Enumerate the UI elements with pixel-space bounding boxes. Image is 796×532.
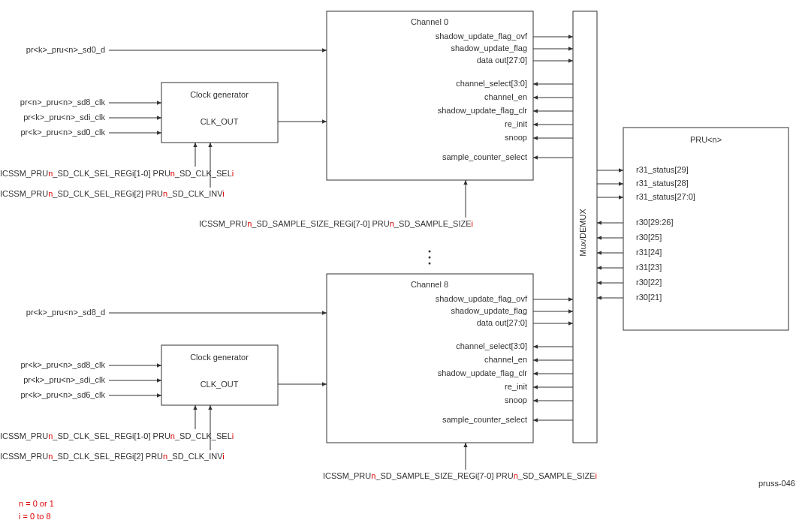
sample-reg-top: ICSSM_PRUn_SD_SAMPLE_SIZE_REGi[7-0] PRUn… (199, 219, 473, 228)
vdots-icon (429, 251, 431, 253)
clk-sel-reg-1-top: ICSSM_PRUn_SD_CLK_SEL_REGi[2] PRUn_SD_CL… (0, 189, 225, 198)
vdots-icon (429, 263, 431, 265)
channel-0-title: Channel 0 (411, 17, 448, 26)
ch8-in-1: channel_en (484, 355, 527, 364)
ch8-in-5: sample_counter_select (442, 415, 527, 424)
ch0-in-3: re_init (505, 119, 527, 128)
note-i: i = 0 to 8 (19, 512, 51, 521)
footer-id: pruss-046 (758, 479, 795, 488)
clk-sel-reg-0-top: ICSSM_PRUn_SD_CLK_SEL_REGi[1-0] PRUn_SD_… (0, 169, 234, 178)
sd0-d-label: pr<k>_pru<n>_sd0_d (26, 45, 105, 54)
ch0-out-2: data out[27:0] (477, 56, 527, 65)
ch8-in-4: snoop (505, 395, 527, 404)
clock-gen-0-title: Clock generator (190, 90, 249, 99)
pru-out-0: r31_status[29] (636, 165, 689, 174)
pru-in-5: r30[21] (636, 293, 662, 302)
pru-in-2: r31[24] (636, 248, 662, 257)
ch0-out-1: shadow_update_flag (451, 44, 527, 53)
ch0-in-4: snoop (505, 133, 527, 142)
pru-out-1: r31_status[28] (636, 179, 689, 188)
pru-in-1: r30[25] (636, 233, 662, 242)
ch0-in-0: channel_select[3:0] (456, 79, 527, 88)
clk-in-bot-1: pr<k>_pru<n>_sdi_clk (23, 375, 105, 384)
pru-title: PRU<n> (690, 135, 722, 144)
pru-out-2: r31_status[27:0] (636, 192, 695, 201)
note-n: n = 0 or 1 (19, 499, 54, 508)
sample-reg-bot: ICSSM_PRUn_SD_SAMPLE_SIZE_REGi[7-0] PRUn… (323, 471, 597, 480)
pru-in-0: r30[29:26] (636, 218, 674, 227)
mux-label: Mux/DEMUX (578, 209, 587, 257)
clock-gen-8-out: CLK_OUT (201, 380, 239, 389)
channel-8-title: Channel 8 (411, 280, 448, 289)
clock-gen-0-out: CLK_OUT (201, 117, 239, 126)
clk-sel-reg-1-bot: ICSSM_PRUn_SD_CLK_SEL_REGi[2] PRUn_SD_CL… (0, 452, 225, 461)
vdots-icon (429, 257, 431, 259)
clk-in-top-0: pr<n>_pru<n>_sd8_clk (20, 98, 106, 107)
ch0-in-2: shadow_update_flag_clr (438, 106, 528, 115)
ch0-out-0: shadow_update_flag_ovf (436, 32, 528, 41)
ch8-in-0: channel_select[3:0] (456, 341, 527, 350)
ch0-in-5: sample_counter_select (442, 152, 527, 161)
pru-in-3: r31[23] (636, 263, 662, 272)
ch8-in-3: re_init (505, 382, 527, 391)
ch8-out-0: shadow_update_flag_ovf (436, 294, 528, 303)
ch0-in-1: channel_en (484, 92, 527, 101)
clk-in-top-1: pr<k>_pru<n>_sdi_clk (23, 113, 105, 122)
clk-in-top-2: pr<k>_pru<n>_sd0_clk (20, 128, 105, 137)
pru-in-4: r30[22] (636, 278, 662, 287)
clk-in-bot-2: pr<k>_pru<n>_sd6_clk (20, 390, 105, 399)
ch8-in-2: shadow_update_flag_clr (438, 368, 528, 377)
clk-in-bot-0: pr<k>_pru<n>_sd8_clk (20, 360, 105, 369)
ch8-out-1: shadow_update_flag (451, 306, 527, 315)
clk-sel-reg-0-bot: ICSSM_PRUn_SD_CLK_SEL_REGi[1-0] PRUn_SD_… (0, 431, 234, 440)
clock-gen-8-title: Clock generator (190, 353, 249, 362)
ch8-out-2: data out[27:0] (477, 318, 527, 327)
sd8-d-label: pr<k>_pru<n>_sd8_d (26, 308, 105, 317)
